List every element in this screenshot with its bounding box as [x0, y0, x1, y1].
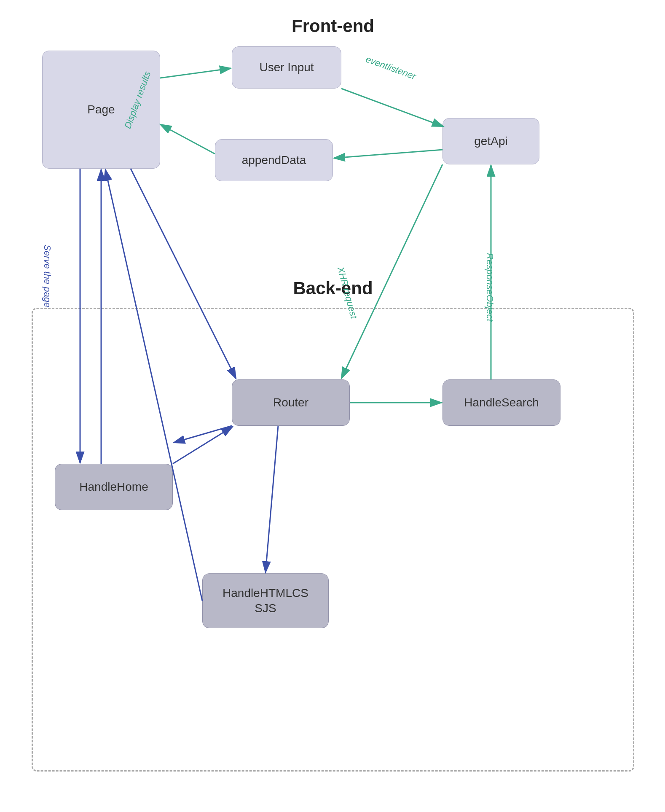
backend-box: [32, 308, 634, 772]
node-page: Page: [42, 51, 160, 169]
svg-line-6: [160, 124, 215, 154]
svg-line-5: [334, 150, 442, 158]
label-serve-page: Serve the page: [42, 245, 53, 307]
node-handle-home: HandleHome: [55, 464, 173, 510]
frontend-label: Front-end: [253, 16, 413, 36]
node-user-input: User Input: [232, 46, 341, 89]
label-response-object: ResponseObject: [484, 253, 495, 322]
diagram-container: Front-end Back-end Page User Input appen…: [0, 0, 665, 812]
node-get-api: getApi: [442, 118, 539, 164]
node-handle-search: HandleSearch: [442, 379, 560, 426]
svg-line-4: [341, 89, 443, 126]
label-eventlistener: eventlistener: [364, 54, 417, 82]
backend-label: Back-end: [253, 278, 413, 298]
node-handle-html: HandleHTMLCS SJS: [202, 573, 329, 628]
svg-line-3: [160, 68, 231, 78]
node-router: Router: [232, 379, 350, 426]
node-append-data: appendData: [215, 139, 333, 181]
